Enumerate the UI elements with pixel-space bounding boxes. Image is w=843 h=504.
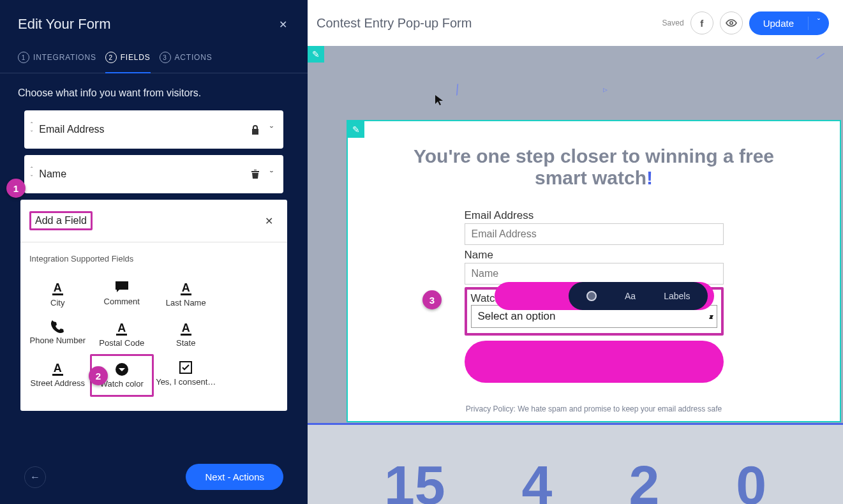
privacy-text: Privacy Policy: We hate spam and promise… <box>348 404 840 413</box>
close-icon[interactable]: ✕ <box>279 19 287 31</box>
submit-pill[interactable] <box>465 341 724 383</box>
countdown-digit: 15 <box>384 466 445 504</box>
chevron-down-icon[interactable]: ˇ <box>809 11 829 35</box>
annotation-badge-1: 1 <box>6 179 26 198</box>
edit-section-icon[interactable]: ✎ <box>348 121 364 138</box>
comment-icon <box>114 280 130 294</box>
annotation-badge-2: 2 <box>89 366 108 385</box>
text-field-icon: A <box>116 320 127 336</box>
text-field-icon: A <box>52 280 63 295</box>
text-field-icon: A <box>181 320 191 336</box>
field-row-email[interactable]: ˆˇ Email Address ˇ <box>24 110 283 149</box>
style-aa[interactable]: Aa <box>625 291 636 301</box>
style-color-dot[interactable] <box>586 291 597 301</box>
facebook-icon[interactable]: f <box>690 11 713 34</box>
field-label: Name <box>39 168 251 180</box>
svg-point-2 <box>729 22 732 24</box>
drag-handle-icon[interactable]: ˆˇ <box>31 122 33 137</box>
submit-pill-row <box>465 341 724 383</box>
chevron-down-icon[interactable]: ˇ <box>270 124 273 135</box>
edit-form-sidebar: Edit Your Form ✕ 1 INTEGRATIONS 2 FIELDS… <box>0 0 308 504</box>
countdown-digit: 4 <box>522 466 553 504</box>
topbar-right: Saved f Update ˇ <box>662 11 829 35</box>
cursor-pointer-icon <box>435 94 444 106</box>
field-option-state[interactable]: A State <box>154 314 218 354</box>
add-field-panel: Add a Field ✕ Integration Supported Fiel… <box>20 200 287 411</box>
tab-actions[interactable]: 3 ACTIONS <box>160 44 213 73</box>
field-option-street-address[interactable]: A Street Address <box>26 354 90 397</box>
field-label: Email Address <box>39 124 251 135</box>
field-row-name[interactable]: ˆˇ Name ˇ <box>24 155 283 193</box>
countdown-section: 15 4 2 0 <box>308 423 843 504</box>
main-area: Contest Entry Pop-up Form Saved f Update… <box>308 0 843 504</box>
step-label: FIELDS <box>121 53 151 62</box>
edit-section-icon[interactable]: ✎ <box>308 46 324 63</box>
update-button[interactable]: Update ˇ <box>749 11 829 35</box>
style-pill[interactable]: Aa Labels <box>495 282 714 310</box>
popup-headline: You're one step closer to winning a free… <box>348 121 840 198</box>
field-option-comment[interactable]: Comment <box>90 274 154 314</box>
field-option-consent[interactable]: Yes, I consent… <box>154 354 218 397</box>
text-field-icon: A <box>52 360 63 376</box>
sidebar-header: Edit Your Form ✕ <box>0 0 308 44</box>
saved-status: Saved <box>662 19 684 27</box>
next-actions-button[interactable]: Next - Actions <box>186 464 283 490</box>
decorative-shape: ⁄ <box>817 50 824 63</box>
countdown-digit: 2 <box>629 466 659 504</box>
preview-eye-icon[interactable] <box>720 11 743 34</box>
popup-preview-card[interactable]: ✎ You're one step closer to winning a fr… <box>347 120 841 422</box>
select-caret-icon: ▴▾ <box>709 312 710 321</box>
step-tabs: 1 INTEGRATIONS 2 FIELDS 3 ACTIONS <box>0 44 308 73</box>
countdown-digit: 0 <box>736 466 766 504</box>
add-field-title[interactable]: Add a Field <box>29 211 93 230</box>
step-label: ACTIONS <box>175 53 213 62</box>
drag-handle-icon[interactable]: ˆˇ <box>31 167 33 182</box>
field-options-grid: A City Comment A Last Name Phone Number <box>20 270 287 411</box>
field-list: ˆˇ Email Address ˇ ˆˇ Name ˇ <box>0 103 308 200</box>
field-option-last-name[interactable]: A Last Name <box>154 274 218 314</box>
sidebar-subtitle: Choose what info you want from visitors. <box>0 73 308 103</box>
email-input[interactable] <box>465 223 724 245</box>
step-number: 2 <box>105 52 117 63</box>
field-option-phone[interactable]: Phone Number <box>26 314 90 354</box>
integration-section-label: Integration Supported Fields <box>20 242 287 270</box>
checkbox-icon <box>179 360 193 374</box>
field-option-postal-code[interactable]: A Postal Code <box>90 314 154 354</box>
field-option-city[interactable]: A City <box>26 274 90 314</box>
email-label: Email Address <box>465 209 724 222</box>
tab-fields[interactable]: 2 FIELDS <box>105 44 151 73</box>
topbar: Contest Entry Pop-up Form Saved f Update… <box>308 0 843 46</box>
sidebar-title: Edit Your Form <box>18 16 111 33</box>
step-number: 3 <box>160 52 171 63</box>
design-canvas[interactable]: ✎ ⁄ ▹ ⁄ ⁄ ✎ You're one step closer to wi… <box>308 46 843 504</box>
text-field-icon: A <box>181 280 191 295</box>
close-icon[interactable]: ✕ <box>265 215 273 227</box>
chevron-down-icon[interactable]: ˇ <box>270 169 273 180</box>
tab-integrations[interactable]: 1 INTEGRATIONS <box>18 44 96 73</box>
phone-icon <box>51 320 64 333</box>
back-button[interactable]: ← <box>24 466 46 488</box>
name-input[interactable] <box>465 263 724 285</box>
lock-icon <box>251 124 260 135</box>
annotation-badge-3: 3 <box>422 290 442 309</box>
dropdown-icon <box>115 362 129 376</box>
sidebar-footer: ← Next - Actions <box>0 464 308 490</box>
step-number: 1 <box>18 52 29 63</box>
add-field-header: Add a Field ✕ <box>20 200 287 242</box>
update-label: Update <box>749 11 808 35</box>
style-labels[interactable]: Labels <box>664 291 690 301</box>
step-label: INTEGRATIONS <box>33 53 96 62</box>
form-title: Contest Entry Pop-up Form <box>317 16 472 31</box>
name-label: Name <box>465 249 724 262</box>
delete-icon[interactable] <box>251 169 260 180</box>
decorative-shape: ⁄ <box>452 82 462 98</box>
decorative-shape: ▹ <box>603 84 608 94</box>
